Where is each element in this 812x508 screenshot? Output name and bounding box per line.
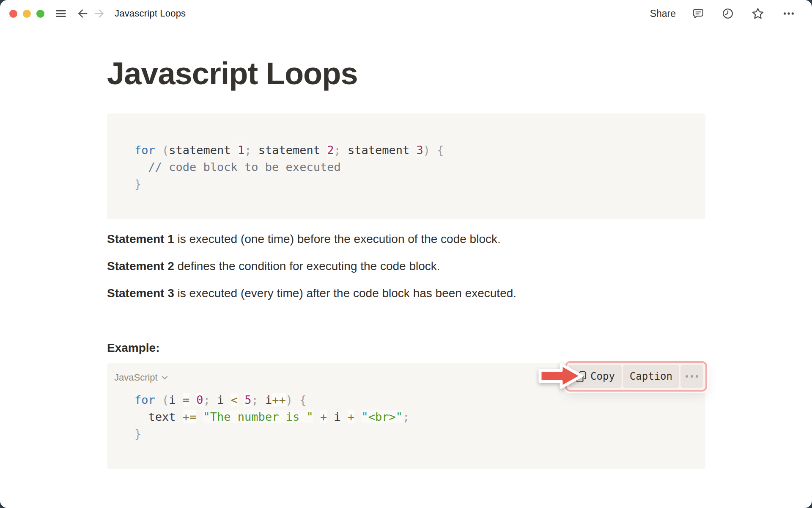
comment-icon	[692, 7, 705, 20]
page-title: Javascript Loops	[107, 57, 705, 91]
code-line: for (statement 1; statement 2; statement…	[134, 142, 705, 159]
code-more-options-button[interactable]	[680, 365, 703, 388]
code-line: for (i = 0; i < 5; i++) {	[134, 392, 705, 409]
forward-arrow-icon	[93, 7, 106, 20]
page-content: Javascript Loops for (statement 1; state…	[107, 57, 705, 469]
breadcrumb-title: Javascript Loops	[115, 8, 186, 19]
code-line: }	[134, 176, 705, 193]
copy-button-label: Copy	[590, 370, 615, 382]
caption-button-label: Caption	[630, 370, 672, 382]
statement-2-label: Statement 2	[107, 260, 174, 273]
caption-button[interactable]: Caption	[623, 365, 679, 388]
window-controls	[9, 10, 44, 18]
comments-button[interactable]	[692, 7, 705, 20]
clock-icon	[721, 7, 734, 20]
code-block-syntax: for (statement 1; statement 2; statement…	[107, 113, 705, 219]
statement-3-paragraph: Statement 3 is executed (every time) aft…	[107, 285, 705, 302]
more-options-button[interactable]	[782, 7, 796, 20]
sidebar-toggle-button[interactable]	[55, 7, 67, 20]
titlebar: Javascript Loops Share	[0, 0, 812, 27]
language-selector-label: JavaScript	[114, 372, 158, 383]
statement-2-paragraph: Statement 2 defines the condition for ex…	[107, 258, 705, 275]
back-arrow-icon	[76, 7, 88, 20]
statement-1-label: Statement 1	[107, 232, 174, 246]
hamburger-icon	[55, 7, 67, 20]
copy-code-button[interactable]: Copy	[569, 365, 622, 388]
code-line: text += "The number is " + i + "<br>";	[134, 409, 705, 425]
code-lines: for (i = 0; i < 5; i++) { text += "The n…	[134, 392, 705, 442]
statement-3-label: Statement 3	[107, 287, 174, 300]
forward-button[interactable]	[93, 7, 106, 20]
example-heading: Example:	[107, 340, 705, 356]
app-window: Javascript Loops Share	[0, 0, 812, 508]
code-line: // code block to be executed	[134, 159, 705, 176]
share-button[interactable]: Share	[650, 8, 676, 19]
star-icon	[751, 7, 765, 20]
ellipsis-icon	[782, 7, 796, 20]
statement-1-text: is executed (one time) before the execut…	[174, 232, 501, 246]
code-line: }	[134, 425, 705, 442]
language-selector[interactable]: JavaScript	[114, 372, 168, 383]
zoom-window-button[interactable]	[36, 10, 44, 18]
code-block-example: JavaScript for (i = 0; i < 5; i++) { tex…	[107, 363, 705, 469]
statement-1-paragraph: Statement 1 is executed (one time) befor…	[107, 231, 705, 248]
body-paragraphs: Statement 1 is executed (one time) befor…	[107, 231, 705, 302]
code-block-hover-toolbar: Copy Caption	[565, 361, 707, 392]
back-button[interactable]	[76, 7, 88, 20]
history-button[interactable]	[721, 7, 734, 20]
copy-icon	[576, 370, 587, 383]
statement-3-text: is executed (every time) after the code …	[174, 287, 516, 300]
ellipsis-icon	[686, 375, 698, 378]
minimize-window-button[interactable]	[23, 10, 31, 18]
close-window-button[interactable]	[9, 10, 17, 18]
favorite-button[interactable]	[751, 7, 765, 20]
chevron-down-icon	[162, 375, 168, 380]
statement-2-text: defines the condition for executing the …	[174, 260, 440, 273]
